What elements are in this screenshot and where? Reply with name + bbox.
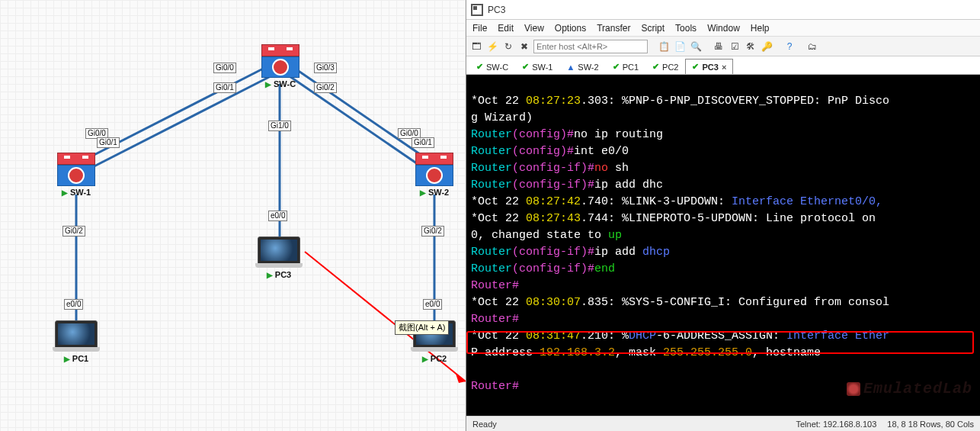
- menu-script[interactable]: Script: [641, 23, 665, 34]
- iface-label: Gi1/0: [268, 121, 291, 131]
- window-title: PC3: [488, 5, 505, 15]
- status-position: 18, 8 18 Rows, 80 Cols: [887, 420, 974, 429]
- status-connection: Telnet: 192.168.8.103: [796, 420, 876, 429]
- menubar[interactable]: File Edit View Options Transfer Script T…: [466, 20, 980, 37]
- topology-canvas[interactable]: ▶ SW-C ▶ SW-1 ▶ SW-2 ▶ PC3 ▶ PC1 ▶ PC2 G…: [0, 0, 466, 431]
- iface-label: Gi0/2: [421, 226, 444, 236]
- paste-icon[interactable]: 📄: [673, 40, 687, 53]
- status-warn-icon: ▲: [566, 63, 575, 72]
- node-label: PC3: [275, 270, 291, 279]
- close-icon[interactable]: ×: [722, 63, 726, 72]
- menu-file[interactable]: File: [472, 23, 487, 34]
- node-label: PC2: [431, 354, 447, 363]
- svg-line-2: [290, 65, 434, 164]
- help-icon[interactable]: ?: [783, 40, 796, 53]
- iface-label: Gi0/2: [62, 226, 85, 236]
- status-ok-icon: ✔: [613, 62, 620, 72]
- securecrt-window: PC3 File Edit View Options Transfer Scri…: [466, 0, 980, 431]
- quick-connect-icon[interactable]: ⚡: [485, 40, 499, 53]
- tab-sw-c[interactable]: ✔SW-C: [469, 59, 515, 74]
- menu-edit[interactable]: Edit: [498, 23, 514, 34]
- menu-tools[interactable]: Tools: [675, 23, 697, 34]
- node-label: SW-C: [274, 79, 296, 88]
- print-icon[interactable]: 🖶: [712, 40, 725, 53]
- status-ok-icon: ✔: [652, 62, 659, 72]
- screenshot-tooltip: 截图(Alt + A): [395, 320, 449, 335]
- options-icon[interactable]: ☑: [728, 40, 741, 53]
- tab-sw-2[interactable]: ▲SW-2: [559, 60, 605, 74]
- node-sw-2[interactable]: ▶ SW-2: [413, 153, 456, 197]
- session-icon[interactable]: 🗂: [805, 40, 819, 53]
- menu-options[interactable]: Options: [555, 23, 586, 34]
- iface-label: e0/0: [268, 211, 287, 221]
- toolbar: 🗔 ⚡ ↻ ✖ 📋 📄 🔍 🖶 ☑ 🛠 🔑 ? 🗂: [466, 37, 980, 56]
- node-sw-1[interactable]: ▶ SW-1: [55, 153, 98, 197]
- tab-pc2[interactable]: ✔PC2: [645, 59, 685, 74]
- terminal[interactable]: *Oct 22 08:27:23.303: %PNP-6-PNP_DISCOVE…: [466, 75, 980, 416]
- iface-label: Gi0/3: [314, 63, 337, 73]
- status-ok-icon: ✔: [692, 62, 699, 72]
- svg-line-0: [76, 65, 271, 164]
- tab-pc3[interactable]: ✔PC3 ×: [685, 59, 733, 74]
- statusbar: Ready Telnet: 192.168.8.103 18, 8 18 Row…: [466, 416, 980, 431]
- node-sw-c[interactable]: ▶ SW-C: [259, 44, 302, 88]
- connect-icon[interactable]: 🗔: [469, 40, 483, 53]
- menu-transfer[interactable]: Transfer: [597, 23, 630, 34]
- iface-label: e0/0: [64, 299, 83, 310]
- copy-icon[interactable]: 📋: [657, 40, 671, 53]
- node-pc1[interactable]: ▶ PC1: [55, 320, 98, 363]
- iface-label: Gi0/0: [213, 63, 236, 73]
- tab-pc1[interactable]: ✔PC1: [606, 59, 645, 74]
- menu-help[interactable]: Help: [751, 23, 770, 34]
- app-icon: [471, 4, 483, 16]
- node-pc3[interactable]: ▶ PC3: [258, 236, 300, 279]
- svg-line-1: [76, 76, 271, 175]
- tools-icon[interactable]: 🛠: [744, 40, 757, 53]
- status-ok-icon: ✔: [522, 62, 529, 72]
- iface-label: e0/0: [423, 299, 442, 310]
- key-icon[interactable]: 🔑: [760, 40, 773, 53]
- watermark: EmulatedLab: [847, 381, 972, 397]
- find-icon[interactable]: 🔍: [689, 40, 703, 53]
- iface-label: Gi0/1: [412, 137, 434, 148]
- reconnect-icon[interactable]: ↻: [501, 40, 515, 53]
- menu-view[interactable]: View: [524, 23, 544, 34]
- iface-label: Gi0/1: [97, 137, 120, 148]
- svg-marker-8: [456, 374, 466, 383]
- node-label: PC1: [72, 354, 88, 363]
- status-ok-icon: ✔: [476, 62, 483, 72]
- disconnect-icon[interactable]: ✖: [517, 40, 531, 53]
- window-titlebar[interactable]: PC3: [466, 0, 980, 20]
- status-ready: Ready: [472, 420, 497, 429]
- node-label: SW-2: [428, 188, 449, 197]
- iface-label: Gi0/1: [213, 82, 236, 93]
- tabbar: ✔SW-C ✔SW-1 ▲SW-2 ✔PC1 ✔PC2 ✔PC3 ×: [466, 56, 980, 75]
- menu-window[interactable]: Window: [707, 23, 740, 34]
- iface-label: Gi0/2: [314, 82, 337, 93]
- tab-sw-1[interactable]: ✔SW-1: [515, 59, 559, 74]
- host-input[interactable]: [533, 40, 648, 53]
- node-label: SW-1: [70, 188, 91, 197]
